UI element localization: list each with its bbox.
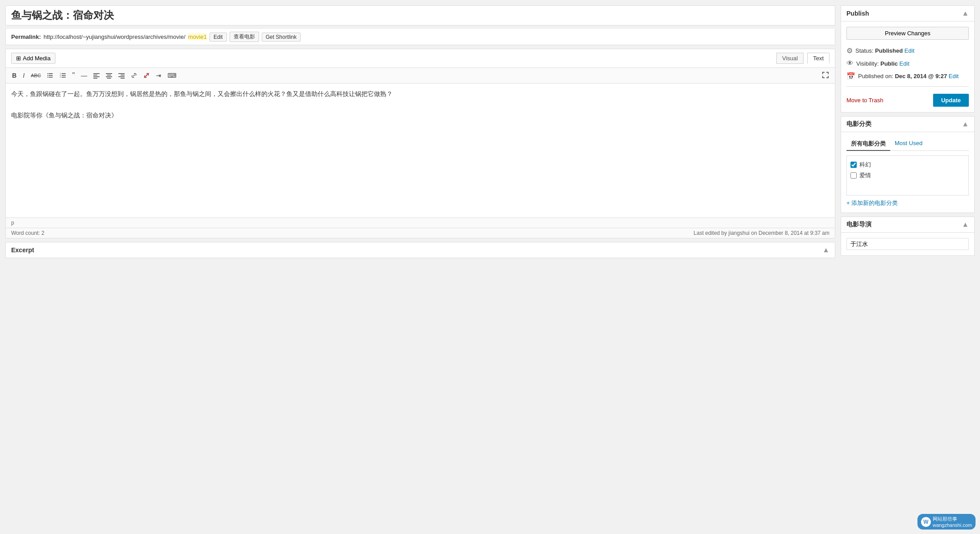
path-indicator: p — [6, 217, 835, 228]
add-category-link[interactable]: + 添加新的电影分类 — [846, 199, 969, 207]
editor-content[interactable]: 今天，鱼跟锅碰在了一起。鱼万万没想到，锅居然是热的，那鱼与锅之间，又会擦出什么样… — [6, 83, 835, 217]
svg-rect-1 — [49, 75, 53, 76]
excerpt-box: Excerpt ▲ — [5, 242, 835, 258]
category-item-romance: 爱情 — [850, 170, 965, 181]
move-to-trash-link[interactable]: Move to Trash — [846, 97, 883, 104]
excerpt-collapse-icon: ▲ — [822, 246, 829, 254]
excerpt-header[interactable]: Excerpt ▲ — [6, 242, 835, 258]
italic-button[interactable]: I — [20, 70, 27, 81]
permalink-label: Permalink: — [11, 33, 41, 40]
svg-rect-7 — [62, 75, 66, 76]
watermark-url: wangzhanshi.com — [933, 522, 972, 528]
director-input[interactable] — [846, 238, 969, 250]
category-item-scifi: 科幻 — [850, 159, 965, 170]
director-panel: 电影导演 ▲ — [841, 217, 975, 256]
align-right-button[interactable] — [116, 71, 127, 80]
publish-collapse-icon: ▲ — [962, 9, 969, 17]
visibility-label: Visibility: — [856, 60, 879, 67]
status-edit-link[interactable]: Edit — [905, 47, 914, 54]
director-title: 电影导演 — [846, 221, 871, 229]
add-media-button[interactable]: ⊞ Add Media — [11, 53, 55, 64]
category-list: 科幻 爱情 — [846, 155, 969, 196]
keyboard-shortcuts-button[interactable]: ⌨ — [165, 70, 179, 81]
publish-divider — [846, 86, 969, 87]
visibility-icon: 👁 — [846, 59, 854, 67]
categories-collapse-icon: ▲ — [962, 120, 969, 128]
tab-all-categories[interactable]: 所有电影分类 — [846, 138, 890, 151]
categories-panel-body: 所有电影分类 Most Used 科幻 爱情 + 添加新的电影分类 — [841, 132, 974, 213]
watermark-text: 网站那些事 wangzhanshi.com — [933, 516, 972, 528]
tab-most-used[interactable]: Most Used — [890, 138, 927, 150]
ordered-list-button[interactable]: 123 — [57, 71, 69, 80]
content-paragraph-2: 电影院等你《鱼与锅之战：宿命对决》 — [11, 110, 829, 121]
svg-rect-15 — [93, 78, 97, 79]
align-center-button[interactable] — [103, 71, 115, 80]
published-value: Dec 8, 2014 @ 9:27 — [895, 73, 947, 79]
word-count-label: Word count: — [11, 230, 40, 236]
content-paragraph-1: 今天，鱼跟锅碰在了一起。鱼万万没想到，锅居然是热的，那鱼与锅之间，又会擦出什么样… — [11, 89, 829, 100]
category-tabs: 所有电影分类 Most Used — [846, 138, 969, 151]
permalink-bar: Permalink: http://localhost/~yujiangshui… — [5, 29, 835, 45]
align-left-button[interactable] — [91, 71, 102, 80]
preview-changes-button[interactable]: Preview Changes — [846, 27, 969, 40]
svg-rect-13 — [93, 75, 97, 76]
publish-panel: Publish ▲ Preview Changes ⚙ Status: Publ… — [841, 5, 975, 113]
add-media-icon: ⊞ — [16, 55, 21, 62]
permalink-slug: movie1 — [188, 33, 207, 40]
visibility-row: 👁 Visibility: Public Edit — [846, 57, 969, 70]
svg-point-5 — [47, 77, 48, 78]
published-label: Published on: — [858, 73, 893, 79]
update-button[interactable]: Update — [933, 94, 969, 107]
status-label: Status: — [855, 47, 873, 54]
categories-title: 电影分类 — [846, 120, 871, 128]
published-on-row: 📅 Published on: Dec 8, 2014 @ 9:27 Edit — [846, 70, 969, 83]
insert-link-button[interactable] — [128, 71, 140, 80]
strikethrough-button[interactable]: ABC — [28, 71, 44, 80]
watermark-site: 网站那些事 — [933, 516, 957, 521]
blockquote-button[interactable]: " — [70, 70, 78, 81]
editor-header: ⊞ Add Media Visual Text — [6, 49, 835, 68]
publish-title: Publish — [846, 10, 869, 17]
bold-button[interactable]: B — [9, 70, 19, 81]
category-label-romance: 爱情 — [859, 171, 871, 179]
published-edit-link[interactable]: Edit — [949, 73, 959, 79]
fullscreen-button[interactable] — [820, 70, 831, 81]
published-text: Published on: Dec 8, 2014 @ 9:27 Edit — [858, 73, 959, 79]
svg-rect-2 — [49, 77, 53, 78]
tab-text[interactable]: Text — [807, 53, 829, 64]
calendar-icon: 📅 — [846, 72, 855, 80]
svg-point-4 — [47, 75, 48, 76]
category-checkbox-romance[interactable] — [850, 172, 857, 179]
category-checkbox-scifi[interactable] — [850, 162, 857, 168]
publish-panel-header: Publish ▲ — [841, 6, 974, 21]
remove-link-button[interactable] — [141, 71, 152, 80]
director-collapse-icon: ▲ — [962, 221, 969, 229]
unordered-list-button[interactable] — [45, 71, 56, 80]
svg-rect-20 — [118, 73, 125, 74]
editor-toolbar: B I ABC 123 " — — [6, 68, 835, 83]
visibility-text: Visibility: Public Edit — [856, 60, 909, 67]
permalink-edit-button[interactable]: Edit — [209, 33, 227, 42]
categories-panel-header: 电影分类 ▲ — [841, 117, 974, 132]
watermark-icon: W — [921, 517, 931, 527]
svg-point-3 — [47, 73, 48, 74]
visibility-value: Public — [880, 60, 898, 67]
tab-visual[interactable]: Visual — [776, 53, 804, 64]
director-panel-header: 电影导演 ▲ — [841, 217, 974, 233]
get-shortlink-button[interactable]: Get Shortlink — [262, 33, 301, 42]
status-icon: ⚙ — [846, 46, 853, 55]
post-title-input[interactable] — [11, 9, 829, 21]
horizontal-rule-button[interactable]: — — [78, 70, 90, 81]
view-post-button[interactable]: 查看电影 — [230, 32, 259, 42]
permalink-base: http://localhost/~yujiangshui/wordpress/… — [43, 33, 185, 40]
publish-panel-body: Preview Changes ⚙ Status: Published Edit… — [841, 21, 974, 112]
svg-rect-0 — [49, 73, 53, 74]
status-row: ⚙ Status: Published Edit — [846, 44, 969, 57]
title-box — [5, 5, 835, 25]
category-label-scifi: 科幻 — [859, 161, 871, 169]
indent-button[interactable]: ⇥ — [153, 70, 164, 81]
svg-rect-17 — [107, 75, 111, 76]
visibility-edit-link[interactable]: Edit — [900, 60, 909, 67]
svg-rect-19 — [107, 78, 111, 79]
svg-rect-6 — [62, 73, 66, 74]
